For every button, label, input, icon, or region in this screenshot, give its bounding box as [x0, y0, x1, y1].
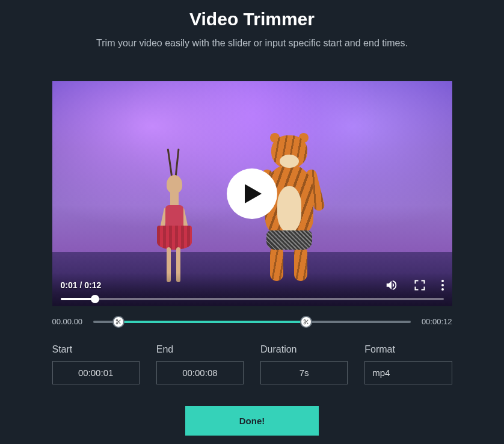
format-input[interactable] [364, 361, 452, 384]
svg-point-2 [304, 319, 306, 321]
end-label: End [156, 344, 244, 355]
trim-min-label: 00.00.00 [52, 317, 83, 326]
trim-handle-start[interactable] [112, 316, 124, 328]
play-button[interactable] [227, 168, 277, 219]
trim-row: 00.00.00 00:00:12 [52, 317, 452, 326]
end-input[interactable] [156, 361, 244, 384]
done-button[interactable]: Done! [185, 406, 319, 436]
more-options-icon[interactable] [441, 280, 444, 291]
svg-point-3 [304, 322, 306, 324]
svg-point-1 [117, 322, 118, 324]
trim-slider[interactable] [93, 321, 411, 323]
trim-max-label: 00:00:12 [422, 317, 452, 326]
scissors-icon [303, 319, 309, 325]
duration-input[interactable] [260, 361, 348, 384]
video-controls-bar: 0:01 / 0:12 [52, 273, 452, 306]
video-progress-bar[interactable] [61, 298, 444, 300]
format-label: Format [364, 344, 452, 355]
trim-handle-end[interactable] [300, 316, 312, 328]
form-row: Start End Duration Format [52, 344, 452, 384]
scissors-icon [115, 319, 121, 325]
video-character-gazelle [155, 152, 203, 285]
page-subtitle: Trim your video easily with the slider o… [0, 38, 504, 49]
video-progress-fill [61, 298, 95, 300]
video-player[interactable]: 0:01 / 0:12 [52, 81, 452, 306]
time-display: 0:01 / 0:12 [61, 280, 102, 290]
duration-label: Duration [260, 344, 348, 355]
volume-icon[interactable] [385, 279, 398, 292]
page-title: Video Trimmer [0, 0, 504, 29]
start-input[interactable] [52, 361, 140, 384]
svg-point-0 [117, 319, 118, 321]
fullscreen-icon[interactable] [414, 279, 426, 291]
video-progress-knob[interactable] [91, 295, 99, 303]
trim-selected-range [118, 321, 306, 323]
play-icon [245, 184, 262, 203]
start-label: Start [52, 344, 140, 355]
